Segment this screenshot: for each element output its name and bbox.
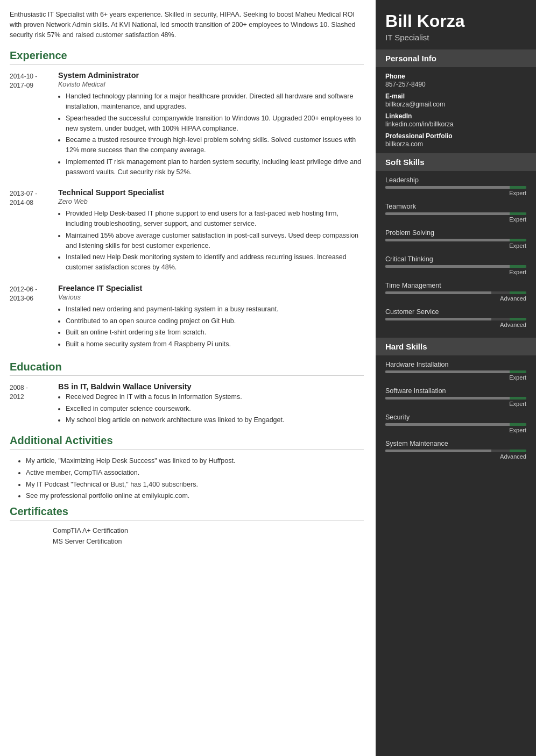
bullet-item: Provided Help Desk-based IT phone suppor… (66, 209, 364, 229)
bullet-item: Spearheaded the successful companywide t… (66, 113, 364, 134)
person-title: IT Specialist (385, 33, 526, 42)
skill-bar (385, 397, 526, 400)
experience-date: 2014-10 - 2017-09 (10, 71, 58, 179)
skill-bar-accent (510, 265, 526, 268)
activity-item: My IT Podcast "Technical or Bust," has 1… (26, 480, 364, 490)
skill-level: Advanced (385, 322, 526, 328)
skill-level: Expert (385, 190, 526, 196)
email-label: E-mail (385, 92, 526, 100)
skill-bar-filled (385, 397, 519, 400)
skill-bar-filled (385, 291, 491, 294)
right-column: Bill Korza IT Specialist Personal Info P… (376, 0, 536, 756)
skill-name: Software Installation (385, 387, 526, 395)
skill-item: Customer ServiceAdvanced (385, 308, 526, 328)
phone-label: Phone (385, 73, 526, 80)
company-name: Zero Web (58, 198, 364, 205)
skill-level: Expert (385, 427, 526, 433)
skill-bar-filled (385, 186, 519, 189)
edu-bullets: Received Degree in IT with a focus in In… (58, 392, 364, 425)
bullet-item: Built a home security system from 4 Rasp… (66, 339, 364, 350)
skill-name: Customer Service (385, 308, 526, 316)
activities-section-title: Additional Activities (10, 434, 364, 450)
experience-section: 2014-10 - 2017-09System AdministratorKov… (10, 71, 364, 351)
experience-item: 2014-10 - 2017-09System AdministratorKov… (10, 71, 364, 179)
bullet-item: Became a trusted resource through high-l… (66, 135, 364, 155)
portfolio-value: billkorza.com (385, 140, 526, 148)
skill-name: Teamwork (385, 203, 526, 210)
skill-item: System MaintenanceAdvanced (385, 440, 526, 460)
bullet-item: Implemented IT risk management plan to h… (66, 157, 364, 177)
bullet-item: Received Degree in IT with a focus in In… (66, 392, 364, 402)
skill-level: Advanced (385, 295, 526, 302)
education-item: 2008 - 2012BS in IT, Baldwin Wallace Uni… (10, 382, 364, 427)
skill-name: System Maintenance (385, 440, 526, 447)
skill-item: Time ManagementAdvanced (385, 282, 526, 302)
linkedin-label: LinkedIn (385, 112, 526, 120)
skill-bar-accent (510, 423, 526, 426)
education-date: 2008 - 2012 (10, 382, 58, 427)
portfolio-label: Professional Portfolio (385, 132, 526, 140)
summary-text: Enthusiastic IT Specialist with 6+ years… (10, 10, 364, 40)
activities-list: My article, "Maximizing Help Desk Succes… (10, 456, 364, 501)
personal-info-block: Phone 857-257-8490 E-mail billkorza@gmai… (376, 73, 536, 153)
skill-bar (385, 291, 526, 294)
skill-level: Expert (385, 374, 526, 381)
skill-bar-accent (510, 239, 526, 241)
skill-bar-filled (385, 370, 519, 373)
bullet-item: Excelled in computer science coursework. (66, 404, 364, 414)
job-bullets: Installed new ordering and payment-takin… (58, 304, 364, 350)
skill-bar (385, 265, 526, 268)
bullet-item: Built an online t-shirt ordering site fr… (66, 327, 364, 338)
job-bullets: Provided Help Desk-based IT phone suppor… (58, 209, 364, 273)
skill-bar (385, 370, 526, 373)
skill-name: Critical Thinking (385, 255, 526, 263)
skill-bar-filled (385, 423, 519, 426)
skill-bar-filled (385, 450, 491, 452)
bullet-item: My school blog article on network archit… (66, 415, 364, 425)
skill-name: Problem Solving (385, 229, 526, 237)
activity-item: Active member, CompTIA association. (26, 468, 364, 478)
skill-item: LeadershipExpert (385, 176, 526, 196)
hard-skills-title: Hard Skills (376, 338, 536, 355)
skill-bar-filled (385, 212, 519, 215)
soft-skills-block: LeadershipExpertTeamworkExpertProblem So… (376, 176, 536, 338)
skill-name: Security (385, 413, 526, 421)
skill-bar-accent (510, 186, 526, 189)
phone-value: 857-257-8490 (385, 81, 526, 88)
activities-section: My article, "Maximizing Help Desk Succes… (10, 456, 364, 501)
skill-bar-accent (510, 318, 526, 320)
skill-level: Expert (385, 216, 526, 223)
skill-bar-filled (385, 318, 491, 320)
job-title: Freelance IT Specialist (58, 284, 364, 293)
certificate-item: CompTIA A+ Certification (53, 527, 364, 534)
skill-level: Expert (385, 243, 526, 249)
activity-item: My article, "Maximizing Help Desk Succes… (26, 456, 364, 466)
job-title: System Administrator (58, 71, 364, 80)
bullet-item: Contributed to an open source coding pro… (66, 316, 364, 326)
skill-item: SecurityExpert (385, 413, 526, 433)
bullet-item: Maintained 15% above average customer sa… (66, 231, 364, 251)
skill-level: Advanced (385, 453, 526, 460)
skill-name: Leadership (385, 176, 526, 184)
experience-item: 2013-07 - 2014-08Technical Support Speci… (10, 188, 364, 274)
skill-item: TeamworkExpert (385, 203, 526, 223)
experience-section-title: Experience (10, 49, 364, 65)
personal-info-title: Personal Info (376, 49, 536, 67)
skill-bar-filled (385, 265, 519, 268)
skill-level: Expert (385, 401, 526, 407)
education-section: 2008 - 2012BS in IT, Baldwin Wallace Uni… (10, 382, 364, 427)
skill-bar-accent (510, 397, 526, 400)
skill-bar (385, 423, 526, 426)
job-title: Technical Support Specialist (58, 188, 364, 197)
skill-bar-accent (510, 212, 526, 215)
skill-bar (385, 186, 526, 189)
linkedin-value: linkedin.com/in/billkorza (385, 120, 526, 128)
skill-name: Hardware Installation (385, 361, 526, 368)
soft-skills-title: Soft Skills (376, 153, 536, 171)
skill-name: Time Management (385, 282, 526, 289)
experience-date: 2013-07 - 2014-08 (10, 188, 58, 274)
skill-item: Problem SolvingExpert (385, 229, 526, 249)
hard-skills-block: Hardware InstallationExpertSoftware Inst… (376, 361, 536, 469)
skill-item: Software InstallationExpert (385, 387, 526, 407)
skill-bar (385, 318, 526, 320)
